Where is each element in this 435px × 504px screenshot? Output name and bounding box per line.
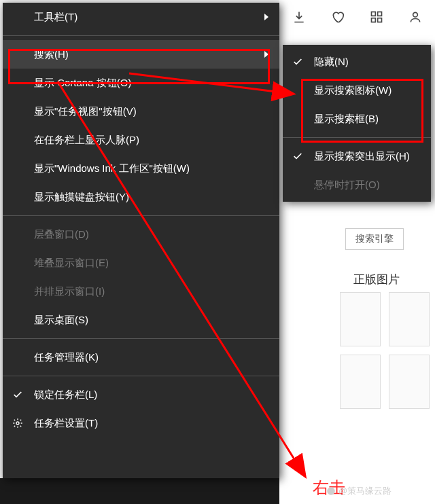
- chevron-right-icon: [264, 14, 268, 20]
- main-menu-item-11[interactable]: 任务管理器(K): [3, 343, 279, 372]
- taskbar-context-menu: 工具栏(T)搜索(H)显示 Cortana 按钮(O)显示"任务视图"按钮(V)…: [3, 3, 279, 478]
- thumbnail[interactable]: [340, 292, 381, 346]
- menu-item-label: 隐藏(N): [314, 56, 349, 69]
- check-icon: [292, 151, 303, 162]
- check-icon: [292, 56, 303, 67]
- heading-genuine-images: 正版图片: [353, 272, 400, 287]
- main-menu-item-8: 堆叠显示窗口(E): [3, 249, 279, 277]
- main-menu-item-13[interactable]: 任务栏设置(T): [3, 409, 279, 437]
- menu-separator: [3, 35, 279, 36]
- menu-separator: [3, 376, 279, 376]
- main-menu-item-0[interactable]: 工具栏(T): [3, 3, 279, 31]
- menu-item-label: 堆叠显示窗口(E): [34, 257, 109, 270]
- apps-icon[interactable]: [370, 10, 383, 24]
- menu-separator: [3, 215, 279, 216]
- menu-item-label: 工具栏(T): [34, 11, 77, 24]
- menu-item-label: 任务栏设置(T): [34, 417, 98, 430]
- svg-rect-2: [372, 18, 376, 22]
- thumbnail[interactable]: [340, 355, 381, 409]
- main-menu-item-5[interactable]: 显示"Windows Ink 工作区"按钮(W): [3, 154, 279, 183]
- pill-search-engine[interactable]: 搜索引擎: [345, 228, 404, 250]
- main-menu-item-12[interactable]: 锁定任务栏(L): [3, 380, 279, 409]
- download-icon[interactable]: [292, 10, 306, 24]
- svg-point-4: [413, 12, 418, 17]
- menu-item-label: 在任务栏上显示人脉(P): [34, 134, 139, 147]
- menu-item-label: 显示 Cortana 按钮(O): [34, 77, 131, 90]
- sub-menu-item-4: 悬停时打开(O): [283, 170, 431, 199]
- main-menu-item-6[interactable]: 显示触摸键盘按钮(Y): [3, 183, 279, 211]
- main-menu-item-1[interactable]: 搜索(H): [3, 40, 279, 69]
- sub-menu-item-3[interactable]: 显示搜索突出显示(H): [283, 142, 431, 170]
- svg-rect-3: [378, 18, 382, 22]
- menu-item-label: 锁定任务栏(L): [34, 389, 97, 401]
- main-menu-item-7: 层叠窗口(D): [3, 220, 279, 249]
- sub-menu-item-2[interactable]: 显示搜索框(B): [283, 105, 431, 133]
- menu-item-label: 搜索(H): [34, 48, 69, 61]
- menu-item-label: 悬停时打开(O): [314, 179, 380, 192]
- paw-icon: [326, 486, 336, 496]
- menu-item-label: 任务管理器(K): [34, 351, 99, 364]
- main-menu-item-2[interactable]: 显示 Cortana 按钮(O): [3, 69, 279, 97]
- main-menu-item-3[interactable]: 显示"任务视图"按钮(V): [3, 97, 279, 126]
- thumbnail[interactable]: [389, 355, 430, 409]
- menu-item-label: 并排显示窗口(I): [34, 285, 105, 298]
- svg-point-8: [327, 487, 335, 495]
- menu-item-label: 层叠窗口(D): [34, 228, 89, 241]
- svg-rect-1: [378, 12, 382, 16]
- heart-icon[interactable]: [331, 10, 345, 24]
- search-submenu: 隐藏(N)显示搜索图标(W)显示搜索框(B)显示搜索突出显示(H)悬停时打开(O…: [283, 45, 431, 202]
- watermark: @策马缘云路: [326, 485, 392, 497]
- main-menu-item-9: 并排显示窗口(I): [3, 277, 279, 306]
- menu-item-label: 显示桌面(S): [34, 314, 88, 327]
- menu-item-label: 显示搜索框(B): [314, 113, 379, 126]
- thumbnail[interactable]: [389, 292, 430, 346]
- check-icon: [12, 389, 23, 400]
- menu-separator: [283, 137, 431, 138]
- svg-point-5: [16, 422, 19, 425]
- thumbnail-grid: [340, 292, 435, 409]
- main-menu-item-10[interactable]: 显示桌面(S): [3, 306, 279, 334]
- menu-item-label: 显示触摸键盘按钮(Y): [34, 191, 129, 204]
- svg-rect-0: [372, 12, 376, 16]
- main-menu-item-4[interactable]: 在任务栏上显示人脉(P): [3, 126, 279, 154]
- menu-item-label: 显示"Windows Ink 工作区"按钮(W): [34, 162, 190, 175]
- menu-separator: [3, 338, 279, 339]
- menu-item-label: 显示搜索图标(W): [314, 84, 392, 97]
- watermark-text: @策马缘云路: [338, 485, 392, 497]
- menu-item-label: 显示搜索突出显示(H): [314, 150, 410, 163]
- menu-item-label: 显示"任务视图"按钮(V): [34, 105, 137, 118]
- gear-icon: [12, 418, 23, 429]
- chevron-right-icon: [264, 51, 268, 58]
- sub-menu-item-1[interactable]: 显示搜索图标(W): [283, 76, 431, 105]
- top-toolbar: [279, 0, 435, 34]
- user-icon[interactable]: [408, 10, 422, 24]
- sub-menu-item-0[interactable]: 隐藏(N): [283, 48, 431, 76]
